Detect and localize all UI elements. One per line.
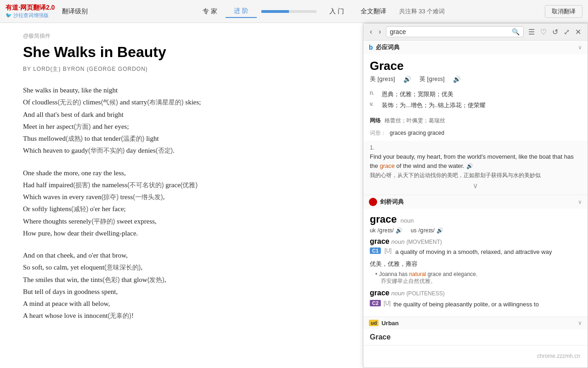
meaning-text-v: 装饰；为...增色；为..锦上添花；使荣耀	[382, 101, 486, 110]
bing-section-label: 必应词典	[376, 43, 400, 52]
cambridge-speaker-us-icon[interactable]: 🔊	[436, 227, 443, 234]
urban-chevron-icon: ∨	[578, 320, 582, 327]
forms-text: graces gracing graced	[390, 130, 444, 136]
cambridge-movement-subsection: grace noun (MOVEMENT) C1 [U] a quality o…	[370, 237, 581, 285]
logo-text: 有道·网页翻译2.0	[6, 4, 55, 12]
cambridge-example-zh: 乔安娜举止自然优雅。	[375, 277, 581, 285]
cambridge-politeness-pos: noun	[391, 290, 405, 297]
phonetic-row: 美 [ɡreɪs] 🔊 英 [ɡreɪs] 🔊	[370, 75, 581, 83]
grace-highlight: grace	[380, 162, 395, 169]
bing-section-title: b 必应词典	[369, 43, 400, 52]
bing-section-header[interactable]: b 必应词典 ∨	[363, 40, 588, 54]
forms-row: 词形： graces gracing graced	[363, 127, 588, 141]
urban-section-header[interactable]: ud Urban ∨	[363, 317, 588, 329]
dict-refresh-button[interactable]: ↺	[550, 27, 560, 37]
bing-chevron-icon: ∨	[578, 44, 582, 51]
bing-dict-section: b 必应词典 ∨ Grace 美 [ɡreɪs] 🔊 英	[363, 40, 588, 195]
dict-menu-button[interactable]: ☰	[526, 27, 537, 37]
c1-level-badge: C1	[370, 247, 381, 254]
urban-logo: ud	[369, 320, 379, 326]
level-selector	[261, 10, 317, 13]
cambridge-politeness-category: (POLITENESS)	[407, 290, 445, 297]
urban-section-label: Urban	[381, 320, 399, 327]
cambridge-politeness-subsection: grace noun (POLITENESS) C2 [U] the quali…	[370, 289, 581, 309]
dict-icons-right: ☰ ♡ ↺ ⤢ ✕	[526, 27, 583, 37]
meaning-text-n: 恩典；优雅；宽限期；优美	[382, 90, 453, 99]
cambridge-example: • Joanna has natural grace and elegance.…	[370, 271, 581, 285]
level-tab-beginner[interactable]: 入 门	[321, 6, 352, 17]
level-tab-fulltext[interactable]: 全文翻译	[352, 6, 395, 17]
speaker-uk-icon[interactable]: 🔊	[453, 75, 461, 83]
cambridge-section-title: 剑桥词典	[369, 198, 404, 206]
c2-level-badge: C2	[370, 300, 381, 306]
bing-meanings-list: n. 恩典；优雅；宽限期；优美 v. 装饰；为...增色；为..锦上添花；使荣耀	[363, 90, 588, 115]
cambridge-chevron-icon: ∨	[578, 199, 582, 206]
c2-def-row: C2 [U] the quality of being pleasantly p…	[370, 300, 581, 309]
phonetic-uk: 英 [ɡreɪs]	[419, 75, 445, 83]
cambridge-phonetic-us: us /ɡreɪs/ 🔊	[411, 227, 443, 234]
cambridge-section-label: 剑桥词典	[380, 198, 404, 206]
dict-search-box: grace 🔍	[386, 26, 524, 37]
level-selector-fill	[261, 10, 289, 13]
cambridge-section-header[interactable]: 剑桥词典 ∨	[363, 195, 588, 209]
grace-word: Grace	[370, 59, 404, 73]
cancel-translation-button[interactable]: 取消翻译	[545, 5, 582, 18]
expand-example-button[interactable]: ∨	[370, 179, 581, 192]
cambridge-pos: noun	[401, 217, 414, 224]
cambridge-politeness-word-line: grace noun (POLITENESS)	[370, 289, 581, 297]
forms-label: 词形：	[370, 130, 386, 136]
cambridge-phonetics: uk /ɡreɪs/ 🔊 us /ɡreɪs/ 🔊	[370, 227, 581, 234]
urban-dict-section: ud Urban ∨ Grace	[363, 317, 588, 345]
dict-header: ‹ › grace 🔍 ☰ ♡ ↺ ⤢ ✕	[363, 23, 588, 40]
dictionary-panel: ‹ › grace 🔍 ☰ ♡ ↺ ⤢ ✕ b 必应词典	[363, 23, 588, 368]
logo-sub: 🐦 沙拉查词增强版	[6, 12, 55, 19]
level-tab-expert[interactable]: 专 家	[194, 6, 226, 17]
network-label: 网络	[370, 117, 381, 125]
bullet-icon: •	[375, 271, 377, 277]
shared-count: 共注释 33 个难词	[399, 7, 445, 16]
cambridge-sub-pos: noun	[391, 238, 405, 245]
dict-nav-forward-button[interactable]: ›	[377, 27, 383, 37]
dict-favorite-button[interactable]: ♡	[538, 27, 548, 37]
dict-close-button[interactable]: ✕	[573, 27, 583, 37]
u-bracket-c2: [U]	[384, 300, 390, 306]
search-icon[interactable]: 🔍	[512, 28, 520, 35]
network-text: 格蕾丝；叶佩雯；葛瑞丝	[384, 117, 445, 125]
cambridge-speaker-uk-icon[interactable]: 🔊	[396, 227, 402, 234]
translate-label: 翻译级别	[62, 7, 88, 16]
cambridge-logo-icon	[369, 198, 377, 206]
phonetic-us: 美 [ɡreɪs]	[370, 75, 395, 83]
main-content: @极简插件 She Walks in Beauty BY LORD(主) BYR…	[0, 23, 588, 368]
level-tab-advanced[interactable]: 进 阶	[226, 5, 257, 18]
c1-def-row: C1 [U] a quality of moving in a smooth, …	[370, 247, 581, 257]
example-speaker-icon[interactable]: 🔊	[466, 163, 473, 169]
meaning-row-verb: v. 装饰；为...增色；为..锦上添花；使荣耀	[370, 101, 581, 110]
cambridge-zh-movement: 优美，优雅，雍容	[370, 259, 581, 269]
dict-expand-button[interactable]: ⤢	[562, 27, 571, 37]
network-row: 网络 格蕾丝；叶佩雯；葛瑞丝	[363, 115, 588, 127]
example-en: Find your beauty, my heart, from the wor…	[370, 152, 581, 170]
meaning-row-noun: n. 恩典；优雅；宽限期；优美	[370, 90, 581, 99]
cambridge-def-movement: a quality of moving in a smooth, relaxed…	[395, 247, 552, 257]
c2-def-text: the quality of being pleasantly polite, …	[393, 300, 539, 309]
urban-section-title: ud Urban	[369, 320, 399, 327]
cambridge-word-line: grace noun (MOVEMENT)	[370, 237, 581, 246]
natural-highlight: natural	[409, 271, 426, 277]
topbar: 有道·网页翻译2.0 🐦 沙拉查词增强版 翻译级别 专 家 进 阶 入 门 全文…	[0, 0, 588, 23]
watermark: chrome.zzzmh.cn	[537, 353, 580, 359]
urban-word: Grace	[363, 329, 588, 345]
cambridge-dict-section: 剑桥词典 ∨ grace noun uk /ɡreɪs/ 🔊 u	[363, 195, 588, 317]
cambridge-example-bullet: • Joanna has natural grace and elegance.	[375, 271, 581, 277]
pos-tag-n: n.	[370, 90, 379, 96]
speaker-us-icon[interactable]: 🔊	[403, 75, 411, 83]
cambridge-sub-category: (MOVEMENT)	[407, 239, 442, 245]
dict-body: b 必应词典 ∨ Grace 美 [ɡreɪs] 🔊 英	[363, 40, 588, 368]
translation-levels: 专 家 进 阶 入 门 全文翻译 共注释 33 个难词	[94, 5, 545, 18]
u-bracket: [U]	[384, 247, 391, 254]
bing-logo: b	[369, 44, 373, 51]
bing-example-block: 1. Find your beauty, my heart, from the …	[363, 141, 588, 195]
cambridge-politeness-word: grace	[370, 289, 390, 297]
logo-area: 有道·网页翻译2.0 🐦 沙拉查词增强版	[6, 4, 55, 19]
example-zh: 我的心呀，从天下的运动找你的美吧，正如那划子获得风与水的美妙似	[370, 171, 581, 179]
dict-nav-back-button[interactable]: ‹	[368, 27, 374, 37]
